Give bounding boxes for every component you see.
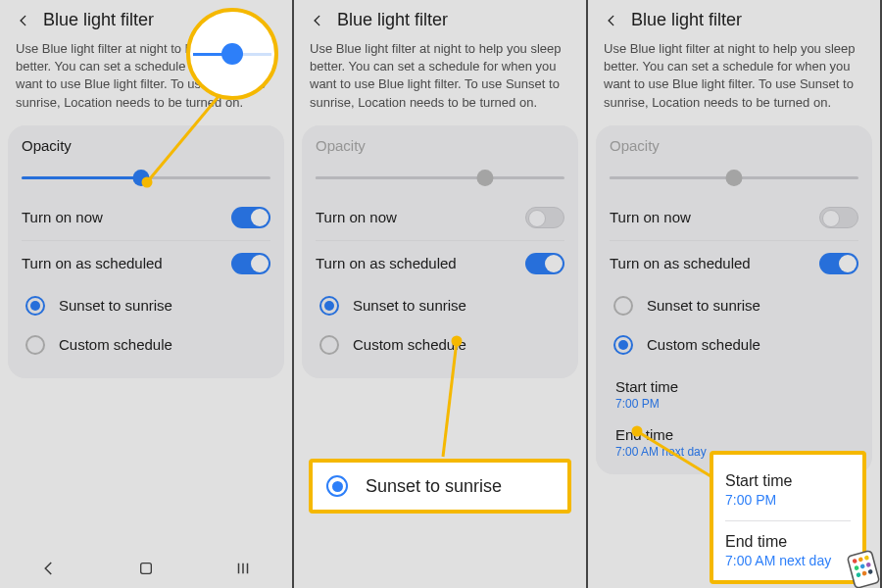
callout-start-value: 7:00 PM	[725, 492, 851, 508]
svg-line-1	[147, 94, 220, 182]
svg-point-2	[143, 178, 151, 186]
android-navbar	[0, 549, 292, 588]
radio-label: Custom schedule	[59, 336, 172, 353]
nav-home-icon[interactable]	[138, 561, 154, 576]
svg-rect-7	[847, 551, 879, 588]
screenshot-pane-3: Blue light filter Use Blue light filter …	[588, 0, 882, 588]
nav-back-icon[interactable]	[40, 560, 58, 577]
callout-label: Sunset to sunrise	[366, 476, 502, 497]
callout-slider-thumb	[186, 8, 278, 100]
callout-start-label: Start time	[725, 472, 851, 490]
callout-sunset-option: Sunset to sunrise	[309, 459, 571, 514]
screenshot-pane-2: Blue light filter Use Blue light filter …	[294, 0, 588, 588]
schedule-option-custom[interactable]: Custom schedule	[22, 325, 270, 365]
screenshot-pane-1: Blue light filter Use Blue light filter …	[0, 0, 294, 588]
callout-end-value: 7:00 AM next day	[725, 553, 851, 568]
radio-icon	[25, 296, 45, 316]
radio-icon	[25, 335, 45, 355]
svg-point-6	[633, 427, 641, 435]
svg-rect-0	[141, 564, 152, 574]
callout-end-label: End time	[725, 533, 851, 551]
radio-label: Sunset to sunrise	[59, 297, 172, 314]
svg-point-4	[453, 337, 461, 345]
radio-icon	[326, 475, 348, 497]
svg-line-3	[443, 341, 457, 457]
watermark-icon	[843, 549, 882, 588]
nav-recent-icon[interactable]	[234, 560, 252, 577]
